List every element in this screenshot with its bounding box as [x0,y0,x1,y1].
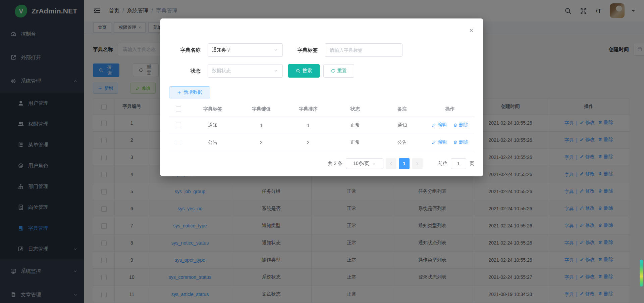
modal-dict-label-input[interactable] [325,43,402,57]
data-value-cell: 1 [238,117,285,134]
modal-header-cell: 字典键值 [238,102,285,117]
data-status-cell: 正常 [332,117,379,134]
chevron-down-icon [274,48,278,52]
modal-add-data-button[interactable]: 新增数据 [169,86,210,98]
modal-select-all-checkbox[interactable] [176,106,181,112]
close-icon[interactable]: × [468,27,475,35]
search-icon [296,69,301,73]
modal-header-cell: 状态 [332,102,379,117]
modal-edit-link[interactable]: 编辑 [432,139,447,145]
data-status-cell: 正常 [332,134,379,151]
modal-table-row: 通知 1 1 正常 通知 编辑删除 [169,117,474,134]
page-size-select[interactable]: 10条/页 [346,158,383,169]
modal-table-row: 公告 2 2 正常 公告 编辑删除 [169,134,474,151]
modal-header-cell: 字典标签 [187,102,238,117]
data-remark-cell: 通知 [379,117,426,134]
page-number-1[interactable]: 1 [399,158,410,169]
pencil-icon [432,123,436,127]
modal-delete-link[interactable]: 删除 [453,139,469,145]
trash-icon [453,140,458,144]
modal-header-cell: 操作 [426,102,474,117]
chevron-left-icon [389,162,393,166]
modal-row-checkbox[interactable] [176,140,181,145]
page-unit-label: 页 [470,161,474,167]
data-sort-cell: 1 [285,117,332,134]
chevron-down-icon [372,162,376,166]
data-sort-cell: 2 [285,134,332,151]
modal-status-label: 状态 [169,68,201,74]
goto-label: 前往 [438,161,447,167]
modal-dict-name-select[interactable]: 通知类型 [208,43,283,57]
modal-dict-name-label: 字典名称 [169,47,201,53]
pencil-icon [432,140,436,144]
modal-delete-link[interactable]: 删除 [453,122,469,128]
modal-dict-label-label: 字典标签 [288,47,318,53]
goto-page-input[interactable] [451,158,466,169]
modal-select-all-cell [169,102,187,117]
next-page-button[interactable] [412,158,423,169]
pagination-total: 共 2 条 [328,161,342,167]
modal-header-cell: 字典排序 [285,102,332,117]
trash-icon [453,123,458,127]
page-scrollbar[interactable] [639,0,643,303]
scrollbar-thumb[interactable] [640,260,643,287]
modal-row-actions: 编辑删除 [426,134,474,151]
modal-filter-row-1: 字典名称 通知类型 字典标签 [169,18,474,57]
data-label-cell: 通知 [187,117,238,134]
goto-page: 前往 页 [438,158,474,169]
prev-page-button[interactable] [386,158,396,169]
modal-reset-button[interactable]: 重置 [323,64,354,78]
chevron-down-icon [274,69,278,73]
modal-row-actions: 编辑删除 [426,117,474,134]
dict-data-table: 字典标签字典键值字典排序状态备注操作 通知 1 1 正常 通知 编辑删除 公告 … [169,102,474,151]
modal-header-cell: 备注 [379,102,426,117]
data-value-cell: 2 [238,134,285,151]
plus-icon [177,90,181,95]
modal-table-header-row: 字典标签字典键值字典排序状态备注操作 [169,102,474,117]
dict-data-dialog: × 字典名称 通知类型 字典标签 状态 数据状态 搜索 重置 新增数据 [160,18,483,176]
modal-status-select[interactable]: 数据状态 [208,64,283,78]
modal-edit-link[interactable]: 编辑 [432,122,447,128]
modal-filter-row-2: 状态 数据状态 搜索 重置 [169,64,474,78]
modal-search-button[interactable]: 搜索 [288,64,320,78]
chevron-right-icon [415,162,419,166]
pagination: 共 2 条 10条/页 1 前往 页 [169,158,474,169]
refresh-icon [331,69,335,73]
data-label-cell: 公告 [187,134,238,151]
modal-row-checkbox[interactable] [176,123,181,128]
data-remark-cell: 公告 [379,134,426,151]
